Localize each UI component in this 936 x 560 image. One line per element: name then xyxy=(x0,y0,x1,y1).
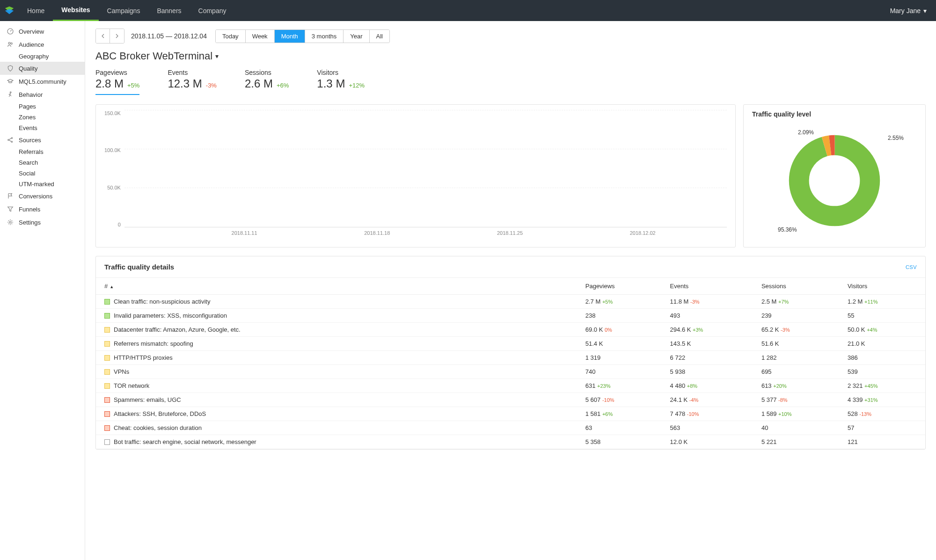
table-row[interactable]: HTTP/HTTPS proxies1 3196 7221 282386 xyxy=(96,351,925,365)
table-row[interactable]: Clean traffic: non-suspicious activity2.… xyxy=(96,295,925,309)
sidebar-sub-pages[interactable]: Pages xyxy=(0,101,85,112)
col-visitors[interactable]: Visitors xyxy=(839,278,925,295)
category-color-swatch xyxy=(104,397,110,403)
page-title[interactable]: ABC Broker WebTerminal ▾ xyxy=(95,50,926,62)
table-row[interactable]: Invalid parameters: XSS, misconfiguratio… xyxy=(96,309,925,323)
category-color-swatch xyxy=(104,327,110,333)
sidebar-sub-events[interactable]: Events xyxy=(0,123,85,133)
col--[interactable]: #▲ xyxy=(96,278,577,295)
sidebar-item-behavior[interactable]: Behavior xyxy=(0,88,85,101)
table-row[interactable]: Attackers: SSH, Bruteforce, DDoS1 581 +6… xyxy=(96,407,925,421)
csv-export-link[interactable]: CSV xyxy=(906,264,917,270)
sidebar-item-mql5-community[interactable]: MQL5.community xyxy=(0,75,85,88)
nav-websites[interactable]: Websites xyxy=(53,0,98,21)
logo[interactable] xyxy=(0,0,19,21)
category-color-swatch xyxy=(104,425,110,431)
table-row[interactable]: Referrers mismatch: spoofing51.4 K143.5 … xyxy=(96,337,925,351)
gear-icon xyxy=(7,218,14,226)
sidebar-sub-referrals[interactable]: Referrals xyxy=(0,146,85,157)
prev-button[interactable] xyxy=(96,29,110,43)
category-color-swatch xyxy=(104,313,110,319)
period-today[interactable]: Today xyxy=(216,30,246,43)
period-month[interactable]: Month xyxy=(275,30,305,43)
table-row[interactable]: Datacenter traffic: Amazon, Azure, Googl… xyxy=(96,323,925,337)
date-bar: 2018.11.05 — 2018.12.04 TodayWeekMonth3 … xyxy=(95,29,926,44)
chevron-down-icon: ▾ xyxy=(923,7,927,15)
grad-icon xyxy=(7,78,14,85)
svg-point-7 xyxy=(9,221,11,223)
table-row[interactable]: VPNs7405 938695539 xyxy=(96,365,925,379)
sidebar-item-audience[interactable]: Audience xyxy=(0,38,85,51)
user-menu[interactable]: Mary Jane ▾ xyxy=(890,7,927,15)
kpi-visitors[interactable]: Visitors1.3 M +12% xyxy=(317,69,365,95)
category-color-swatch xyxy=(104,439,110,445)
user-name: Mary Jane xyxy=(890,7,921,15)
table-row[interactable]: TOR network631 +23%4 480 +8%613 +20%2 32… xyxy=(96,379,925,393)
col-sessions[interactable]: Sessions xyxy=(753,278,839,295)
sidebar-item-settings[interactable]: Settings xyxy=(0,216,85,229)
sidebar-item-conversions[interactable]: Conversions xyxy=(0,189,85,203)
sidebar-sub-geography[interactable]: Geography xyxy=(0,51,85,62)
period-3-months[interactable]: 3 months xyxy=(305,30,344,43)
period-all[interactable]: All xyxy=(370,30,389,43)
table-row[interactable]: Cheat: cookies, session duration63563405… xyxy=(96,421,925,435)
y-axis: 150.0K100.0K50.0K0 xyxy=(104,110,124,227)
nav-home[interactable]: Home xyxy=(19,0,53,21)
category-color-swatch xyxy=(104,411,110,417)
funnel-icon xyxy=(7,205,14,213)
sidebar-item-quality[interactable]: Quality xyxy=(0,62,85,75)
sidebar-sub-search[interactable]: Search xyxy=(0,157,85,168)
donut-green-label: 95.36% xyxy=(778,226,797,233)
sidebar-item-overview[interactable]: Overview xyxy=(0,25,85,38)
col-events[interactable]: Events xyxy=(662,278,753,295)
category-color-swatch xyxy=(104,341,110,347)
flag-icon xyxy=(7,192,14,200)
sort-asc-icon: ▲ xyxy=(110,284,114,289)
details-table: #▲PageviewsEventsSessionsVisitors Clean … xyxy=(96,278,925,449)
period-tabs: TodayWeekMonth3 monthsYearAll xyxy=(215,29,390,43)
next-button[interactable] xyxy=(110,29,124,43)
donut-panel: Traffic quality level 2.09% 2.55% 95.36% xyxy=(743,104,926,247)
details-panel: Traffic quality details CSV #▲PageviewsE… xyxy=(95,256,926,450)
svg-point-8 xyxy=(799,145,870,216)
kpi-row: Pageviews2.8 M +5%Events12.3 M -3%Sessio… xyxy=(95,69,926,95)
kpi-events[interactable]: Events12.3 M -3% xyxy=(168,69,217,95)
chevron-down-icon: ▾ xyxy=(215,52,219,60)
period-week[interactable]: Week xyxy=(246,30,275,43)
period-year[interactable]: Year xyxy=(344,30,369,43)
svg-point-2 xyxy=(11,43,12,44)
category-color-swatch xyxy=(104,355,110,361)
sidebar-item-funnels[interactable]: Funnels xyxy=(0,203,85,216)
sidebar-sub-social[interactable]: Social xyxy=(0,168,85,179)
shield-icon xyxy=(7,65,14,72)
nav-company[interactable]: Company xyxy=(190,0,235,21)
svg-point-3 xyxy=(10,92,11,93)
gauge-icon xyxy=(7,28,14,35)
donut-title: Traffic quality level xyxy=(752,110,917,118)
donut-chart xyxy=(788,134,881,227)
share-icon xyxy=(7,136,14,144)
svg-point-6 xyxy=(11,141,13,143)
sidebar-sub-utm-marked[interactable]: UTM-marked xyxy=(0,179,85,189)
table-row[interactable]: Bot traffic: search engine, social netwo… xyxy=(96,435,925,449)
date-range: 2018.11.05 — 2018.12.04 xyxy=(131,32,207,40)
sidebar-sub-zones[interactable]: Zones xyxy=(0,112,85,123)
sidebar: OverviewAudienceGeographyQualityMQL5.com… xyxy=(0,21,85,560)
sidebar-item-sources[interactable]: Sources xyxy=(0,133,85,146)
col-pageviews[interactable]: Pageviews xyxy=(577,278,662,295)
donut-red-label: 2.09% xyxy=(798,129,814,136)
walk-icon xyxy=(7,91,14,98)
svg-point-4 xyxy=(8,139,9,141)
nav-campaigns[interactable]: Campaigns xyxy=(99,0,149,21)
date-pager xyxy=(95,29,124,44)
nav-banners[interactable]: Banners xyxy=(148,0,190,21)
people-icon xyxy=(7,41,14,48)
table-row[interactable]: Spammers: emails, UGC5 607 -10%24.1 K -4… xyxy=(96,393,925,407)
main: 2018.11.05 — 2018.12.04 TodayWeekMonth3 … xyxy=(85,21,936,560)
topnav: HomeWebsitesCampaignsBannersCompany Mary… xyxy=(0,0,936,21)
category-color-swatch xyxy=(104,299,110,305)
svg-point-5 xyxy=(11,138,13,139)
bars xyxy=(124,110,727,227)
kpi-sessions[interactable]: Sessions2.6 M +6% xyxy=(245,69,289,95)
kpi-pageviews[interactable]: Pageviews2.8 M +5% xyxy=(95,69,139,95)
